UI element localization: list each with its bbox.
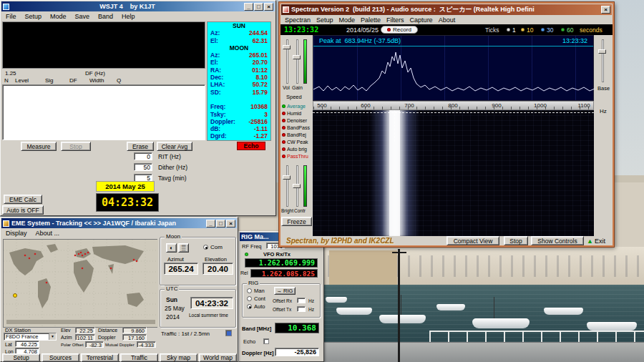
gain-label: Gain [292,85,303,90]
spectran-menu-filters[interactable]: Filters [384,16,407,24]
world-map[interactable] [3,239,157,328]
wsjt-decode-list[interactable] [2,84,205,140]
wsjt-col-level: Level [15,77,29,84]
doppler-label: Doppler [Hz] [242,350,274,356]
vol-slider-thumb[interactable] [283,45,291,49]
close-icon[interactable]: × [601,6,610,14]
ticks-30-radio-icon[interactable] [541,28,545,31]
eme-calc-button[interactable]: EME Calc [4,195,42,204]
wsjt-col-df: DF [69,77,77,84]
traffic-checkbox[interactable] [225,330,232,336]
gain-slider-thumb[interactable] [293,55,301,59]
wsjt-window: WSJT 4 by K1JT _ □ × File Setup Mode Sav… [0,0,276,216]
bandrej-check[interactable]: BandRej [282,131,313,138]
maximize-icon[interactable]: □ [216,220,225,228]
lat-input[interactable]: 46.225 [15,341,39,347]
moon-az-el-icon-button[interactable]: ◐ [166,243,177,253]
world-map-button[interactable]: World map [199,353,237,362]
spectran-menu-palette[interactable]: Palette [358,16,384,24]
offset-tx-input[interactable] [297,306,306,312]
cw-peak-check[interactable]: CW Peak [282,138,313,145]
eme-menu-display[interactable]: Display [1,230,31,237]
erase-button[interactable]: Erase [127,142,154,151]
cont-radio-icon[interactable] [247,296,252,301]
clear-avg-button[interactable]: Clear Avg [157,142,192,151]
stop-button[interactable]: Stop [61,142,91,151]
spectran-status-strip: 13:23:32 2014/05/25 Record Ticks 1 10 30… [280,24,613,35]
average-check[interactable]: Average [282,102,313,109]
close-icon[interactable]: × [226,220,235,228]
measure-button[interactable]: Measure [21,142,57,151]
chevron-down-icon[interactable]: ▼ [49,333,56,340]
auto-brig-check[interactable]: Auto brig [282,145,313,152]
man-radio-icon[interactable] [247,288,252,293]
minimize-icon[interactable]: _ [244,3,253,11]
freeze-button[interactable]: Freeze [281,217,312,226]
eme-titlebar[interactable]: EME System - Tracking << >> JA1WQF / Iba… [1,218,237,228]
auto-radio-row[interactable]: Auto [247,303,265,310]
gain-slider[interactable] [296,39,298,84]
auto-toggle-button[interactable]: Auto is OFF [2,205,44,215]
dx-station-select[interactable]: F8DO France ▼ [4,333,57,341]
moon-grid-icon-button[interactable]: ▒ [178,243,189,253]
wsjt-menu-mode[interactable]: Mode [46,13,71,20]
spectran-menu-mode[interactable]: Mode [336,16,358,24]
base-slider-thumb[interactable] [598,49,606,54]
show-controls-button[interactable]: Show Controls [531,236,584,245]
com-radio-icon[interactable] [203,245,208,250]
wsjt-menu-band[interactable]: Band [94,13,117,20]
maximize-icon[interactable]: □ [254,3,263,11]
contrast-slider-thumb[interactable] [293,184,301,188]
humid-check[interactable]: Humid [282,109,313,117]
sources-button[interactable]: Sources [42,353,79,362]
peak-marker-line [394,110,395,142]
auto-radio-icon[interactable] [247,304,252,309]
passthru-check[interactable]: PassThru [282,152,313,160]
compact-view-button[interactable]: Compact View [447,236,499,245]
astro-row: Freq:10368 [208,103,270,110]
man-radio-row[interactable]: Man [247,288,265,294]
offset-rx-input[interactable] [297,298,306,303]
record-button[interactable]: Record [381,26,418,34]
wsjt-menu-file[interactable]: File [1,13,21,20]
setup-button[interactable]: Setup [2,353,40,362]
close-icon[interactable]: × [264,3,273,11]
eme-menu-about[interactable]: About ... [31,230,64,237]
traffic-button[interactable]: Traffic [120,353,158,362]
spectran-app-icon [283,6,289,13]
photo-boat [336,308,372,315]
spectran-menu-spectran[interactable]: Spectran [282,16,313,24]
exit-button[interactable]: ▲ Exit [587,236,613,245]
terrestrial-button[interactable]: Terrestrial [81,353,119,362]
rit-input[interactable]: 0 [134,152,152,160]
ticks-1-radio-icon[interactable] [507,28,510,31]
bandpass-check[interactable]: BandPass [282,124,313,131]
base-slider[interactable] [602,39,604,82]
spectran-menu-about[interactable]: About [436,16,459,24]
denoiser-check[interactable]: Denoiser [282,117,313,124]
bright-slider-thumb[interactable] [283,175,291,180]
echo-checkbox[interactable] [263,338,269,344]
spectran-menu-setup[interactable]: Setup [313,16,336,24]
wsjt-menu-save[interactable]: Save [71,13,94,20]
photo-boat [587,322,637,331]
bright-slider[interactable] [286,165,288,207]
rig-group-legend: RIG [247,280,260,287]
dither-input[interactable]: 50 [134,163,152,171]
stop-button[interactable]: Stop [504,236,528,245]
spectran-titlebar[interactable]: Spectran Version 2 (build 213) - Audio s… [281,4,612,15]
wsjt-menu-help[interactable]: Help [117,13,140,20]
wsjt-titlebar[interactable]: WSJT 4 by K1JT _ □ × [1,1,275,11]
ticks-10-label: 10 [527,26,533,34]
wsjt-col-sig: Sig [45,77,54,84]
spectran-menu-capture[interactable]: Capture [407,16,436,24]
minimize-icon[interactable]: _ [206,220,215,228]
to-rig-button[interactable]: →RIG [274,287,296,295]
sky-map-button[interactable]: Sky map [160,353,197,362]
cont-radio-row[interactable]: Cont [247,295,265,302]
ticks-10-radio-icon[interactable] [521,28,525,31]
com-radio-row[interactable]: Com [203,244,223,250]
ticks-60-label: 60 [567,26,573,34]
wsjt-menu-setup[interactable]: Setup [21,13,47,20]
ticks-60-radio-icon[interactable] [561,28,565,31]
